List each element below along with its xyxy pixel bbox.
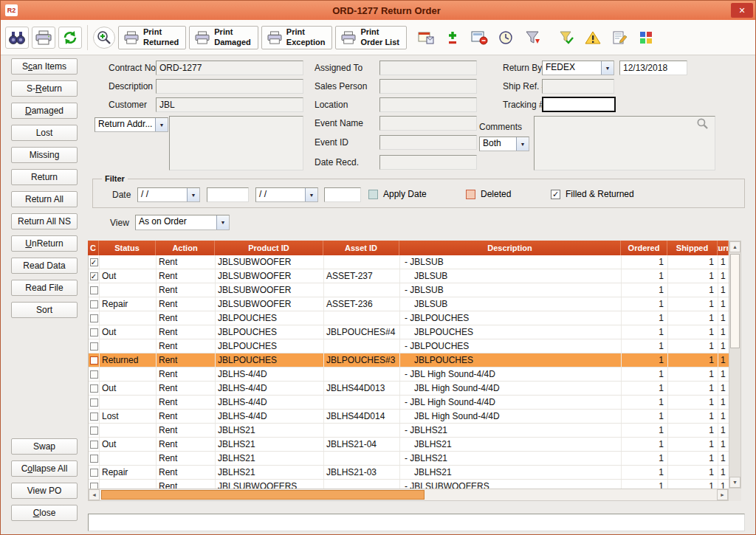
- sidebar-button-view-po[interactable]: View PO: [11, 483, 78, 499]
- table-row[interactable]: OutRentJBLSUBWOOFERASSET-237JBLSUB111: [89, 269, 741, 283]
- scroll-up-icon[interactable]: [729, 241, 740, 252]
- tracking-field[interactable]: [542, 97, 616, 112]
- contract-no-field[interactable]: ORD-1277: [156, 61, 303, 75]
- footer-note-field[interactable]: [88, 514, 745, 531]
- sidebar-button-return-all-ns[interactable]: Return All NS: [11, 213, 78, 229]
- email-alert-icon[interactable]: [467, 27, 491, 49]
- table-row[interactable]: RentJBLSUBWOOFERS- JBLSUBWOOFERS111: [89, 480, 741, 489]
- sidebar-button-return-all[interactable]: Return All: [11, 191, 78, 207]
- email-document-icon[interactable]: [414, 27, 438, 49]
- sidebar-button-close[interactable]: Close: [11, 505, 78, 521]
- checkbox-filled-returned[interactable]: ✓Filled & Returned: [551, 189, 634, 199]
- column-header-action[interactable]: Action: [156, 241, 215, 255]
- comments-filter-combo[interactable]: Both: [479, 137, 529, 151]
- column-header-returned[interactable]: Returned: [718, 241, 729, 255]
- row-checkbox[interactable]: [90, 356, 98, 365]
- table-row[interactable]: LostRentJBLHS-4/4DJBLHS44D014JBL High So…: [89, 410, 741, 424]
- sidebar-button-s-return[interactable]: S-Return: [11, 80, 78, 97]
- view-combo[interactable]: As on Order: [135, 215, 230, 230]
- row-checkbox[interactable]: [90, 384, 98, 393]
- table-row[interactable]: OutRentJBLHS-4/4DJBLHS44D013JBL High Sou…: [89, 382, 741, 396]
- history-clock-icon[interactable]: [494, 27, 518, 49]
- row-checkbox[interactable]: [90, 314, 98, 322]
- sidebar-button-scan-items[interactable]: Scan Items: [11, 58, 78, 75]
- table-row[interactable]: ReturnedRentJBLPOUCHESJBLPOUCHES#3JBLPOU…: [89, 353, 741, 367]
- table-row[interactable]: RentJBLHS-4/4D- JBL High Sound-4/4D111: [89, 396, 741, 410]
- row-checkbox[interactable]: [90, 427, 98, 435]
- event-id-field[interactable]: [379, 135, 477, 150]
- row-checkbox[interactable]: [90, 413, 98, 421]
- row-checkbox[interactable]: [90, 398, 98, 407]
- sidebar-button-read-file[interactable]: Read File: [11, 280, 78, 296]
- chevron-down-icon[interactable]: [187, 188, 199, 201]
- column-header-status[interactable]: Status: [99, 241, 156, 255]
- checkbox-box[interactable]: [368, 190, 378, 199]
- sidebar-button-sort[interactable]: Sort: [11, 302, 78, 318]
- table-row[interactable]: RentJBLPOUCHES- JBLPOUCHES111: [89, 339, 741, 353]
- table-row[interactable]: RepairRentJBLHS21JBLHS21-03JBLHS21111: [89, 466, 741, 480]
- chevron-down-icon[interactable]: [305, 188, 317, 201]
- table-row[interactable]: OutRentJBLHS21JBLHS21-04JBLHS21111: [89, 438, 741, 452]
- table-row[interactable]: RentJBLHS-4/4D- JBL High Sound-4/4D111: [89, 367, 741, 382]
- sidebar-button-lost[interactable]: Lost: [11, 125, 78, 141]
- filter-date-from-combo[interactable]: / /: [137, 187, 200, 202]
- edit-notes-icon[interactable]: [608, 27, 631, 49]
- return-addr-combo[interactable]: Return Addr...: [94, 117, 168, 132]
- sidebar-button-swap[interactable]: Swap: [11, 438, 78, 455]
- assigned-to-field[interactable]: [379, 61, 477, 75]
- print-icon[interactable]: [32, 27, 55, 49]
- filter-date-to-combo[interactable]: / /: [255, 187, 318, 202]
- sidebar-button-return[interactable]: Return: [11, 169, 78, 185]
- horizontal-scrollbar[interactable]: [88, 489, 729, 501]
- row-checkbox[interactable]: [90, 286, 98, 294]
- checkbox-apply-date[interactable]: Apply Date: [368, 189, 427, 199]
- modules-grid-icon[interactable]: [634, 27, 658, 49]
- table-row[interactable]: RentJBLHS21- JBLHS21111: [89, 424, 741, 438]
- scroll-down-icon[interactable]: [729, 477, 740, 488]
- print-returned-button[interactable]: PrintReturned: [118, 26, 186, 49]
- return-date-field[interactable]: 12/13/2018: [619, 61, 687, 75]
- vertical-scrollbar[interactable]: [729, 241, 741, 489]
- table-row[interactable]: RentJBLSUBWOOFER- JBLSUB111: [89, 283, 741, 297]
- close-button[interactable]: ✕: [731, 3, 753, 18]
- table-row[interactable]: RentJBLSUBWOOFER- JBLSUB111: [89, 255, 741, 269]
- sidebar-button-missing[interactable]: Missing: [11, 147, 78, 163]
- return-by-combo[interactable]: FEDEX: [542, 61, 614, 75]
- row-checkbox[interactable]: [90, 328, 98, 336]
- column-header-ordered[interactable]: Ordered: [621, 241, 667, 255]
- scroll-right-icon[interactable]: [717, 489, 728, 500]
- checkbox-box[interactable]: [466, 190, 475, 199]
- magnifier-icon[interactable]: [696, 117, 709, 133]
- row-checkbox[interactable]: [90, 483, 98, 489]
- row-checkbox[interactable]: [90, 258, 98, 266]
- row-checkbox[interactable]: [90, 469, 98, 477]
- date-recd-field[interactable]: [379, 155, 477, 170]
- row-checkbox[interactable]: [90, 455, 98, 463]
- sales-person-field[interactable]: [379, 79, 477, 94]
- vertical-scroll-thumb[interactable]: [730, 254, 740, 348]
- print-order-list-button[interactable]: PrintOrder List: [335, 26, 407, 49]
- filter-from-extra-field[interactable]: [207, 187, 249, 202]
- refresh-icon[interactable]: [58, 27, 82, 49]
- chevron-down-icon[interactable]: [516, 137, 529, 151]
- add-icon[interactable]: [441, 27, 464, 49]
- scroll-left-icon[interactable]: [89, 489, 100, 500]
- chevron-down-icon[interactable]: [216, 215, 229, 229]
- row-checkbox[interactable]: [90, 272, 98, 280]
- table-row[interactable]: OutRentJBLPOUCHESJBLPOUCHES#4JBLPOUCHES1…: [89, 325, 741, 339]
- row-checkbox[interactable]: [90, 300, 98, 308]
- description-field[interactable]: [156, 79, 303, 94]
- table-row[interactable]: RentJBLHS21- JBLHS21111: [89, 452, 741, 466]
- print-damaged-button[interactable]: PrintDamaged: [189, 26, 258, 49]
- horizontal-scroll-thumb[interactable]: [101, 490, 425, 500]
- checkbox-box[interactable]: ✓: [551, 190, 560, 199]
- comments-box[interactable]: [534, 116, 715, 170]
- location-field[interactable]: [379, 97, 477, 112]
- return-address-box[interactable]: [169, 116, 303, 170]
- customer-field[interactable]: JBL: [156, 97, 303, 112]
- filter-check-icon[interactable]: [554, 27, 578, 49]
- chevron-down-icon[interactable]: [601, 61, 614, 75]
- ship-ref-field[interactable]: [542, 79, 614, 94]
- sidebar-button-collapse-all[interactable]: Collapse All: [11, 460, 78, 477]
- filter-to-extra-field[interactable]: [324, 187, 361, 202]
